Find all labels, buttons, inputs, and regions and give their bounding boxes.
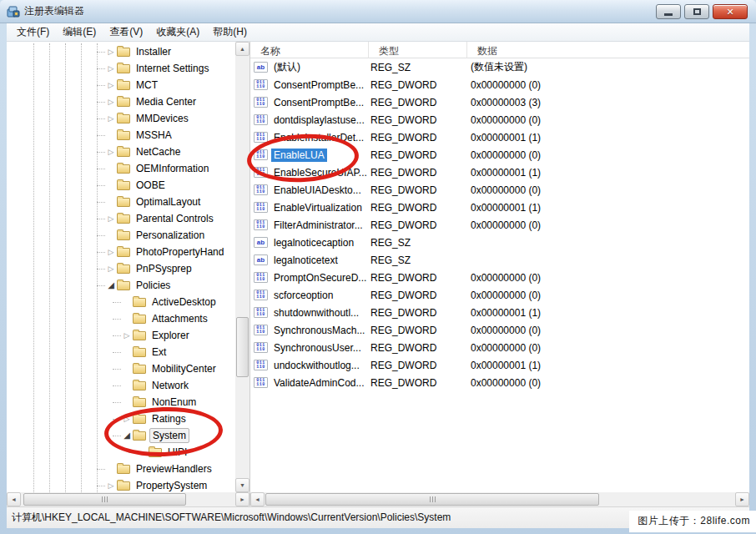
tree-item-photopropertyhand[interactable]: ▷PhotoPropertyHand	[7, 244, 235, 260]
value-row--[interactable]: ab(默认)REG_SZ(数值未设置)	[250, 58, 749, 76]
tree-item-previewhandlers[interactable]: PreviewHandlers	[7, 461, 235, 477]
tree-item-label: Internet Settings	[134, 62, 211, 75]
value-row-shutdownwithoutl-[interactable]: 011110shutdownwithoutl...REG_DWORD0x0000…	[250, 304, 749, 321]
scroll-left-button[interactable]: ◄	[7, 492, 21, 506]
tree-item-pnpsysprep[interactable]: ▷PnPSysprep	[7, 260, 235, 277]
tree-item-policies[interactable]: ◢Policies	[7, 277, 235, 294]
expander-collapsed-icon[interactable]: ▷	[106, 63, 116, 73]
tree-item-explorer[interactable]: ▷Explorer	[7, 327, 235, 344]
tree-item-ratings[interactable]: ▷Ratings	[7, 411, 235, 427]
expander-collapsed-icon[interactable]: ▷	[106, 113, 116, 123]
value-data: 0x00000001 (1)	[467, 202, 749, 214]
value-row-promptonsecured-[interactable]: 011110PromptOnSecureD...REG_DWORD0x00000…	[250, 269, 749, 286]
tree-item-oobe[interactable]: OOBE	[7, 177, 235, 194]
expander-collapsed-icon[interactable]: ▷	[106, 264, 116, 274]
expander-collapsed-icon[interactable]: ▷	[106, 97, 116, 107]
menu-item-0[interactable]: 文件(F)	[10, 23, 56, 41]
column-header-name[interactable]: 名称	[250, 42, 369, 58]
value-data: 0x00000000 (0)	[467, 219, 749, 231]
column-header-data[interactable]: 数据	[467, 42, 749, 58]
menu-item-3[interactable]: 收藏夹(A)	[149, 23, 206, 41]
tree-item-nonenum[interactable]: NonEnum	[7, 394, 235, 411]
value-name-cell: 011110EnableUIADeskto...	[250, 184, 369, 197]
tree-item-netcache[interactable]: ▷NetCache	[7, 144, 235, 160]
folder-icon	[117, 98, 130, 107]
maximize-button[interactable]	[684, 4, 709, 19]
expander-collapsed-icon[interactable]: ▷	[122, 414, 132, 424]
tree-item-media-center[interactable]: ▷Media Center	[7, 93, 235, 110]
expander-collapsed-icon[interactable]: ▷	[106, 80, 116, 90]
tree-vscroll-thumb[interactable]	[236, 317, 249, 377]
scroll-down-button[interactable]: ▼	[235, 478, 249, 492]
dword-value-icon: 011110	[254, 360, 268, 370]
tree-hscroll-thumb[interactable]	[23, 493, 186, 506]
value-name: legalnoticecaption	[271, 236, 356, 249]
close-button[interactable]: ✕	[713, 4, 748, 19]
expander-collapsed-icon[interactable]: ▷	[122, 330, 132, 340]
value-row-synchronousmach-[interactable]: 011110SynchronousMach...REG_DWORD0x00000…	[250, 321, 749, 339]
dword-value-icon: 011110	[254, 290, 268, 300]
value-row-validateadmincod-[interactable]: 011110ValidateAdminCod...REG_DWORD0x0000…	[250, 374, 749, 391]
folder-icon	[133, 431, 146, 441]
value-row-consentpromptbe-[interactable]: 011110ConsentPromptBe...REG_DWORD0x00000…	[250, 93, 749, 111]
value-row-enableuiadeskto-[interactable]: 011110EnableUIADeskto...REG_DWORD0x00000…	[250, 181, 749, 199]
scroll-right-button[interactable]: ►	[735, 492, 749, 506]
value-type: REG_DWORD	[369, 307, 467, 319]
tree-item-installer[interactable]: ▷Installer	[7, 43, 235, 60]
scroll-right-button[interactable]: ►	[235, 492, 249, 506]
tree-item-internet-settings[interactable]: ▷Internet Settings	[7, 60, 235, 77]
expander-collapsed-icon[interactable]: ▷	[106, 147, 116, 157]
value-row-legalnoticecaption[interactable]: ablegalnoticecaptionREG_SZ	[250, 234, 749, 251]
menu-item-1[interactable]: 编辑(E)	[56, 23, 103, 41]
value-row-undockwithoutlog-[interactable]: 011110undockwithoutlog...REG_DWORD0x0000…	[250, 356, 749, 374]
menu-item-2[interactable]: 查看(V)	[103, 23, 149, 41]
expander-collapsed-icon[interactable]: ▷	[106, 247, 116, 257]
scroll-up-button[interactable]: ▲	[235, 42, 249, 56]
tree-item-parental-controls[interactable]: ▷Parental Controls	[7, 210, 235, 227]
tree-item-ext[interactable]: Ext	[7, 344, 235, 360]
tree-item-oeminformation[interactable]: OEMInformation	[7, 160, 235, 177]
tree-item-network[interactable]: Network	[7, 377, 235, 394]
value-row-consentpromptbe-[interactable]: 011110ConsentPromptBe...REG_DWORD0x00000…	[250, 76, 749, 93]
expander-collapsed-icon[interactable]: ▷	[106, 214, 116, 224]
tree-item-optimallayout[interactable]: OptimalLayout	[7, 194, 235, 210]
tree-item-attachments[interactable]: Attachments	[7, 310, 235, 327]
value-name: EnableUIADeskto...	[271, 184, 364, 197]
tree-vertical-scrollbar[interactable]: ▲ ▼	[235, 42, 249, 492]
tree-item-uipi[interactable]: UIPI	[7, 444, 235, 461]
folder-icon	[117, 48, 130, 57]
expander-collapsed-icon[interactable]: ▷	[106, 47, 116, 57]
expander-expanded-icon[interactable]: ◢	[122, 431, 132, 441]
tree-item-propertysystem[interactable]: ▷PropertySystem	[7, 477, 235, 492]
menu-item-4[interactable]: 帮助(H)	[206, 23, 254, 41]
tree-item-label: Parental Controls	[134, 212, 216, 225]
expander-collapsed-icon[interactable]: ▷	[106, 481, 116, 491]
tree-item-mmdevices[interactable]: ▷MMDevices	[7, 110, 235, 127]
value-row-scforceoption[interactable]: 011110scforceoptionREG_DWORD0x00000000 (…	[250, 286, 749, 304]
value-row-enableinstallerdet-[interactable]: 011110EnableInstallerDet...REG_DWORD0x00…	[250, 128, 749, 146]
tree-item-label: MMDevices	[134, 112, 191, 125]
tree-item-mobilitycenter[interactable]: MobilityCenter	[7, 360, 235, 377]
value-row-legalnoticetext[interactable]: ablegalnoticetextREG_SZ	[250, 251, 749, 269]
value-row-synchronoususer-[interactable]: 011110SynchronousUser...REG_DWORD0x00000…	[250, 339, 749, 356]
list-hscroll-thumb[interactable]	[265, 493, 599, 506]
value-row-dontdisplaylastuse-[interactable]: 011110dontdisplaylastuse...REG_DWORD0x00…	[250, 111, 749, 128]
value-row-enablesecureuiap-[interactable]: 011110EnableSecureUIAP...REG_DWORD0x0000…	[250, 164, 749, 181]
tree-item-activedesktop[interactable]: ActiveDesktop	[7, 294, 235, 310]
scroll-left-button[interactable]: ◄	[250, 492, 265, 506]
value-name: undockwithoutlog...	[271, 359, 362, 372]
tree-item-mct[interactable]: ▷MCT	[7, 77, 235, 93]
value-row-filteradministrator-[interactable]: 011110FilterAdministrator...REG_DWORD0x0…	[250, 216, 749, 234]
list-horizontal-scrollbar[interactable]: ◄ ►	[250, 492, 749, 506]
tree-item-system[interactable]: ◢System	[7, 427, 235, 444]
tree-item-personalization[interactable]: Personalization	[7, 227, 235, 244]
column-header-type[interactable]: 类型	[369, 42, 467, 58]
tree-horizontal-scrollbar[interactable]: ◄ ►	[7, 492, 249, 506]
value-row-enablelua[interactable]: 011110EnableLUAREG_DWORD0x00000000 (0)	[250, 146, 749, 164]
expander-expanded-icon[interactable]: ◢	[106, 280, 116, 290]
minimize-button[interactable]	[656, 4, 681, 19]
value-type: REG_DWORD	[369, 114, 467, 126]
tree-item-mssha[interactable]: MSSHA	[7, 127, 235, 144]
value-row-enablevirtualization[interactable]: 011110EnableVirtualizationREG_DWORD0x000…	[250, 199, 749, 216]
value-name-cell: 011110EnableLUA	[250, 149, 369, 162]
